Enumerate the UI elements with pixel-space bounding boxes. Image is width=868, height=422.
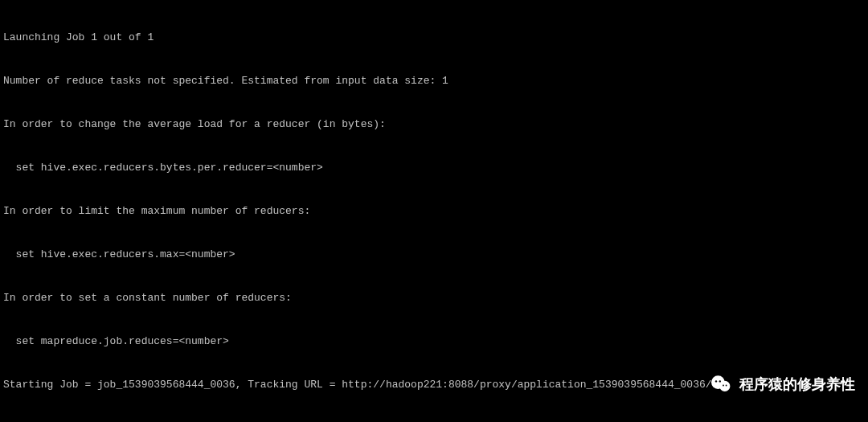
wechat-icon <box>709 372 733 396</box>
log-line: In order to set a constant number of red… <box>3 291 865 305</box>
log-line: set hive.exec.reducers.bytes.per.reducer… <box>3 161 865 175</box>
svg-point-3 <box>719 380 721 382</box>
log-line: set mapreduce.job.reduces=<number> <box>3 334 865 349</box>
svg-point-5 <box>726 385 727 387</box>
watermark: 程序猿的修身养性 <box>709 372 855 396</box>
svg-point-1 <box>719 381 730 391</box>
svg-point-2 <box>715 380 717 382</box>
log-line: In order to change the average load for … <box>3 117 865 132</box>
svg-point-4 <box>723 385 724 387</box>
terminal-output: Launching Job 1 out of 1 Number of reduc… <box>0 0 868 422</box>
log-line: set hive.exec.reducers.max=<number> <box>3 248 865 262</box>
log-line: In order to limit the maximum number of … <box>3 204 865 219</box>
log-line: Number of reduce tasks not specified. Es… <box>3 74 865 88</box>
log-line: Launching Job 1 out of 1 <box>3 31 865 45</box>
watermark-text: 程序猿的修身养性 <box>739 377 855 391</box>
